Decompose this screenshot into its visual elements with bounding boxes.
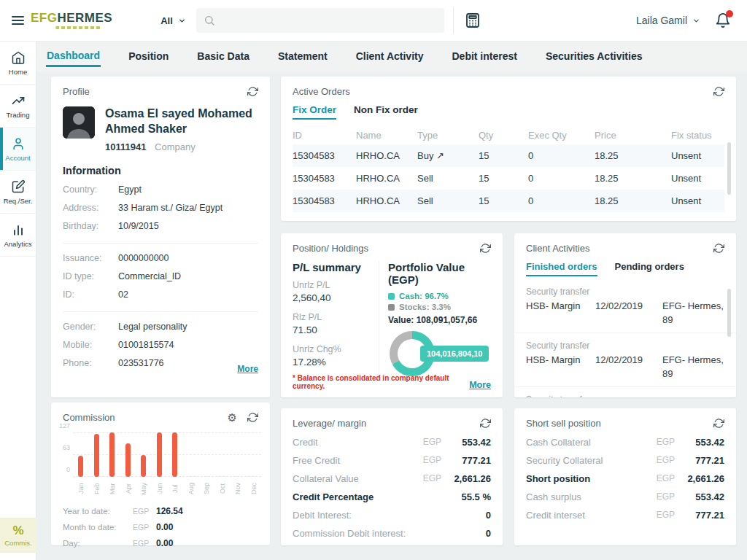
bar-slot bbox=[167, 432, 183, 477]
tab-securities-activities[interactable]: Securities Activities bbox=[545, 48, 643, 66]
sidebar-item-home[interactable]: Home bbox=[0, 42, 36, 85]
menu-icon[interactable] bbox=[12, 16, 24, 25]
tab-basic-data[interactable]: Basic Data bbox=[196, 48, 250, 66]
refresh-icon[interactable] bbox=[247, 412, 258, 423]
refresh-icon[interactable] bbox=[247, 86, 258, 97]
col-exec-qty: Exec Qty bbox=[528, 130, 595, 141]
tab-dashboard[interactable]: Dashboard bbox=[46, 47, 101, 67]
card-title: Leverage/ margin bbox=[293, 418, 366, 429]
notifications-bell-icon[interactable] bbox=[715, 12, 731, 28]
sidebar-item-account[interactable]: Account bbox=[0, 128, 36, 171]
tab-client-activity[interactable]: Client Activity bbox=[355, 48, 425, 66]
card-title: Commission bbox=[63, 412, 115, 423]
leverage-margin-card: Leverage/ margin CreditEGP553.42 Free Cr… bbox=[281, 408, 503, 545]
activity-item[interactable]: Security transfer HSB- Margin12/02/2019E… bbox=[514, 387, 736, 397]
trending-up-icon bbox=[11, 93, 26, 108]
short-sell-card: Short sell position Cash CollateralEGP55… bbox=[514, 408, 736, 545]
col-type: Type bbox=[417, 130, 479, 141]
order-row[interactable]: 15304583 HRHO.CA Sell 15 0 18.25 Unsent bbox=[293, 190, 724, 212]
refresh-icon[interactable] bbox=[713, 418, 724, 429]
order-row[interactable]: 15304583 HRHO.CA Buy ↗ 15 0 18.25 Unsent bbox=[293, 144, 724, 167]
commission-stat-ytd: Year to date:EGP126.54 bbox=[63, 503, 258, 519]
month-label: Oct bbox=[214, 480, 231, 497]
activity-item[interactable]: Security transfer HSB- Margin12/02/2019E… bbox=[514, 279, 736, 333]
month-label: Jun bbox=[152, 480, 168, 497]
portfolio-total-value: Value: 108,091,057,66 bbox=[388, 315, 492, 325]
sidebar-item-commission[interactable]: % Commis. bbox=[0, 518, 36, 553]
info-row-country: Country:Egypt bbox=[63, 181, 258, 199]
tab-fix-order[interactable]: Fix Order bbox=[293, 104, 336, 120]
top-bar: EFGHERMES All Laila bbox=[0, 0, 747, 42]
topbar-divider bbox=[453, 7, 454, 34]
legend-cash: Cash: 96.7% bbox=[388, 292, 492, 300]
search-scope-dropdown[interactable]: All bbox=[160, 15, 186, 26]
kv-cash-collateral: Cash CollateralEGP553.42 bbox=[526, 433, 724, 451]
pl-unrlz: Unrlz P/L2,560,40 bbox=[293, 279, 379, 305]
refresh-icon[interactable] bbox=[713, 243, 724, 254]
sidebar-item-label: Analytics bbox=[4, 240, 31, 248]
tab-pending-orders[interactable]: Pending orders bbox=[615, 261, 684, 276]
sidebar-item-label: Home bbox=[9, 68, 27, 76]
efg-hermes-logo: EFGHERMES bbox=[31, 12, 112, 29]
gear-icon[interactable]: ⚙ bbox=[228, 412, 237, 423]
holdings-more-link[interactable]: More bbox=[469, 380, 491, 390]
sidebar-item-trading[interactable]: Trading bbox=[0, 85, 36, 128]
status-badge: Unsent bbox=[671, 173, 724, 184]
page-tabs: Dashboard Position Basic Data Statement … bbox=[36, 42, 747, 72]
user-menu[interactable]: Laila Gamil bbox=[636, 15, 700, 26]
y-tick: 63 bbox=[55, 444, 70, 451]
kv-cash-surplus: Cash surplusEGP553.42 bbox=[526, 488, 724, 506]
balance-footnote: * Balance is consolidated in company def… bbox=[293, 374, 469, 390]
sidebar-item-label: Commis. bbox=[4, 539, 31, 547]
refresh-icon[interactable] bbox=[480, 243, 491, 254]
search-box[interactable] bbox=[196, 8, 444, 33]
month-label: May bbox=[136, 480, 152, 497]
bar-chart-icon bbox=[11, 222, 26, 237]
kv-security-collateral: Security CollateralEGP777.21 bbox=[526, 451, 724, 470]
kv-short-position: Short positionEGP2,661.26 bbox=[526, 470, 724, 488]
tab-finished-orders[interactable]: Finished orders bbox=[526, 261, 597, 276]
bar-slot bbox=[89, 434, 105, 477]
client-name: Osama El sayed Mohamed Ahmed Shaker bbox=[105, 106, 258, 137]
kv-credit: CreditEGP553.42 bbox=[293, 433, 491, 451]
info-row-mobile: Mobile:01001815574 bbox=[63, 336, 258, 354]
y-tick: 127 bbox=[55, 422, 70, 429]
tab-non-fix-order[interactable]: Non Fix order bbox=[354, 104, 418, 120]
activity-item[interactable]: Security transfer HSB- Margin12/02/2019E… bbox=[514, 333, 736, 387]
card-title: Client Activities bbox=[526, 243, 589, 254]
kv-commission-debit-interest: Commission Debit interest:0 bbox=[293, 524, 491, 542]
legend-stocks: Stocks: 3.3% bbox=[388, 303, 492, 311]
sidebar-item-analytics[interactable]: Analytics bbox=[0, 214, 36, 257]
orders-scrollbar[interactable] bbox=[727, 142, 731, 195]
user-icon bbox=[11, 136, 26, 151]
divider bbox=[63, 311, 258, 312]
kv-credit-interset: Credit intersetEGP777.21 bbox=[526, 506, 724, 524]
calculator-icon[interactable] bbox=[464, 12, 481, 29]
pl-unrlz-chg: Unrlz Chg%17.28% bbox=[293, 343, 379, 369]
legend-swatch bbox=[388, 304, 395, 311]
account-type: Company bbox=[155, 141, 196, 152]
refresh-icon[interactable] bbox=[480, 418, 491, 429]
position-holdings-card: Position/ Holdings P/L summary Unrlz P/L… bbox=[281, 233, 503, 397]
sidebar-item-label: Req./Ser. bbox=[4, 197, 33, 205]
sidebar-item-label: Account bbox=[5, 154, 30, 162]
app-window: EFGHERMES All Laila bbox=[0, 0, 747, 560]
order-row[interactable]: 15304583 HRHO.CA Sell 15 0 18.25 Unsent bbox=[293, 167, 724, 190]
col-name: Name bbox=[356, 130, 417, 141]
bar-slot bbox=[152, 432, 168, 477]
tab-position[interactable]: Position bbox=[128, 48, 169, 66]
chevron-down-icon bbox=[178, 17, 186, 25]
tab-debit-interest[interactable]: Debit interest bbox=[451, 48, 517, 66]
x-axis-labels: Jan Feb Mar Apr May Jun Jul Aug Sep Oct … bbox=[73, 480, 261, 497]
divider bbox=[63, 243, 258, 244]
profile-more-link[interactable]: More bbox=[237, 364, 258, 374]
refresh-icon[interactable] bbox=[713, 86, 724, 97]
sidebar-item-requests-services[interactable]: Req./Ser. bbox=[0, 171, 36, 214]
col-id: ID bbox=[293, 130, 356, 141]
card-title: Short sell position bbox=[526, 418, 601, 429]
search-input[interactable] bbox=[220, 15, 437, 27]
status-badge: Unsent bbox=[671, 150, 724, 161]
tab-statement[interactable]: Statement bbox=[277, 48, 328, 66]
activities-scrollbar[interactable] bbox=[727, 289, 731, 337]
active-orders-card: Active Orders Fix Order Non Fix order ID… bbox=[281, 77, 736, 221]
